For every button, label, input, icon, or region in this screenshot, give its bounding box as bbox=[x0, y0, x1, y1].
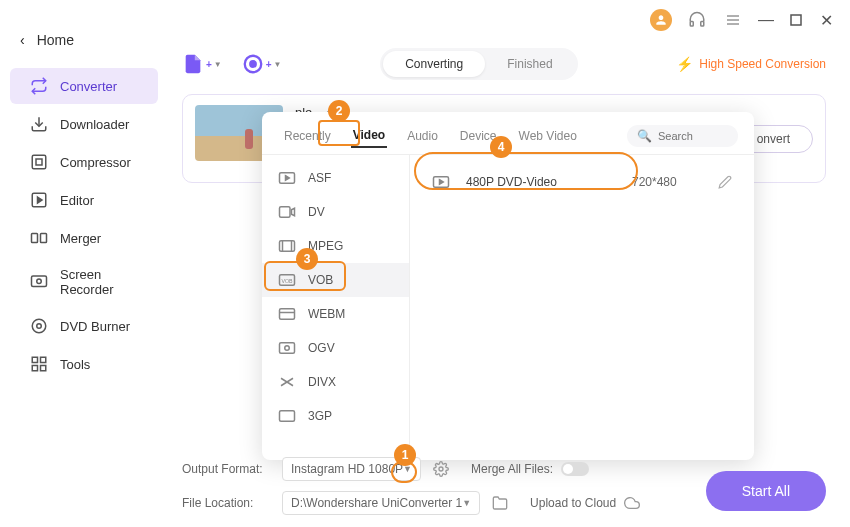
nav-screenrecorder[interactable]: Screen Recorder bbox=[10, 258, 158, 306]
high-speed-label: High Speed Conversion bbox=[699, 57, 826, 71]
annot-3: 3 bbox=[296, 248, 318, 270]
annot-2: 2 bbox=[328, 100, 350, 122]
caret-down-icon: ▼ bbox=[214, 60, 222, 69]
format-webm[interactable]: WEBM bbox=[262, 297, 409, 331]
format-list[interactable]: ASF DV MPEG VOBVOB WEBM OGV DIVX 3GP bbox=[262, 155, 410, 460]
sidebar: ‹ Home Converter Downloader Compressor E… bbox=[0, 0, 168, 527]
svg-rect-13 bbox=[32, 276, 47, 287]
titlebar: — ✕ bbox=[634, 0, 850, 40]
nav-editor[interactable]: Editor bbox=[10, 182, 158, 218]
format-vob[interactable]: VOBVOB bbox=[262, 263, 409, 297]
format-dv[interactable]: DV bbox=[262, 195, 409, 229]
bolt-icon: ⚡ bbox=[676, 56, 693, 72]
grid-icon bbox=[30, 355, 48, 373]
disc-icon bbox=[30, 317, 48, 335]
svg-rect-7 bbox=[32, 155, 46, 169]
upload-cloud-label: Upload to Cloud bbox=[530, 496, 616, 510]
window-minimize[interactable]: — bbox=[758, 12, 774, 28]
plus-icon: + bbox=[266, 59, 272, 70]
svg-point-22 bbox=[250, 61, 256, 67]
resolution-480p[interactable]: 480P DVD-Video 720*480 bbox=[424, 165, 740, 199]
svg-text:VOB: VOB bbox=[281, 278, 293, 284]
video-format-icon bbox=[278, 375, 296, 389]
video-icon bbox=[432, 175, 450, 189]
merge-toggle[interactable] bbox=[561, 462, 589, 476]
popup-tab-video[interactable]: Video bbox=[351, 124, 387, 148]
svg-marker-30 bbox=[286, 176, 290, 181]
file-location-select[interactable]: D:\Wondershare UniConverter 1 ▼ bbox=[282, 491, 480, 515]
format-mpeg[interactable]: MPEG bbox=[262, 229, 409, 263]
nav-converter[interactable]: Converter bbox=[10, 68, 158, 104]
caret-down-icon: ▼ bbox=[274, 60, 282, 69]
video-format-icon bbox=[278, 409, 296, 423]
nav-compressor[interactable]: Compressor bbox=[10, 144, 158, 180]
popup-tab-audio[interactable]: Audio bbox=[405, 125, 440, 147]
svg-rect-8 bbox=[36, 159, 42, 165]
nav-dvdburner[interactable]: DVD Burner bbox=[10, 308, 158, 344]
video-format-icon bbox=[278, 205, 296, 219]
start-all-button[interactable]: Start All bbox=[706, 471, 826, 511]
footer: Output Format: Instagram HD 1080P ▼ Merg… bbox=[182, 457, 826, 515]
format-divx[interactable]: DIVX bbox=[262, 365, 409, 399]
format-popup: Recently Video Audio Device Web Video 🔍 … bbox=[262, 112, 754, 460]
nav-downloader[interactable]: Downloader bbox=[10, 106, 158, 142]
headset-icon[interactable] bbox=[686, 9, 708, 31]
resolution-label: 480P DVD-Video bbox=[466, 175, 616, 189]
svg-marker-32 bbox=[292, 208, 295, 216]
segment-control: Converting Finished bbox=[380, 48, 577, 80]
search-box[interactable]: 🔍 bbox=[627, 125, 738, 147]
svg-point-47 bbox=[439, 467, 443, 471]
cloud-icon[interactable] bbox=[624, 495, 640, 511]
settings-icon[interactable] bbox=[433, 461, 449, 477]
svg-rect-12 bbox=[41, 234, 47, 243]
svg-rect-5 bbox=[791, 15, 801, 25]
compress-icon bbox=[30, 153, 48, 171]
editor-icon bbox=[30, 191, 48, 209]
format-ogv[interactable]: OGV bbox=[262, 331, 409, 365]
svg-marker-10 bbox=[38, 197, 43, 203]
popup-tab-recently[interactable]: Recently bbox=[282, 125, 333, 147]
home-link[interactable]: ‹ Home bbox=[0, 24, 168, 66]
user-avatar[interactable] bbox=[650, 9, 672, 31]
svg-rect-11 bbox=[32, 234, 38, 243]
search-input[interactable] bbox=[658, 130, 728, 142]
svg-marker-46 bbox=[440, 180, 444, 185]
edit-preset-icon[interactable] bbox=[718, 175, 732, 189]
resolution-list: 480P DVD-Video 720*480 bbox=[410, 155, 754, 460]
svg-rect-17 bbox=[32, 357, 37, 362]
merge-label: Merge All Files: bbox=[471, 462, 553, 476]
window-maximize[interactable] bbox=[788, 12, 804, 28]
caret-down-icon: ▼ bbox=[462, 498, 471, 508]
format-3gp[interactable]: 3GP bbox=[262, 399, 409, 433]
file-location-label: File Location: bbox=[182, 496, 270, 510]
toolbar: + ▼ + ▼ Converting Finished ⚡ High Speed… bbox=[182, 48, 826, 80]
menu-icon[interactable] bbox=[722, 9, 744, 31]
high-speed-button[interactable]: ⚡ High Speed Conversion bbox=[676, 56, 826, 72]
disc-add-icon bbox=[242, 53, 264, 75]
format-asf[interactable]: ASF bbox=[262, 161, 409, 195]
add-file-button[interactable]: + ▼ bbox=[182, 53, 222, 75]
popup-tab-webvideo[interactable]: Web Video bbox=[517, 125, 579, 147]
output-format-label: Output Format: bbox=[182, 462, 270, 476]
screenrecorder-icon bbox=[30, 273, 48, 291]
svg-rect-19 bbox=[32, 366, 37, 371]
nav-merger[interactable]: Merger bbox=[10, 220, 158, 256]
svg-rect-20 bbox=[41, 366, 46, 371]
tab-converting[interactable]: Converting bbox=[383, 51, 485, 77]
home-label: Home bbox=[37, 32, 74, 48]
nav-tools[interactable]: Tools bbox=[10, 346, 158, 382]
video-format-icon bbox=[278, 171, 296, 185]
window-close[interactable]: ✕ bbox=[818, 12, 834, 28]
resolution-size: 720*480 bbox=[632, 175, 702, 189]
video-format-icon bbox=[278, 307, 296, 321]
svg-rect-1 bbox=[701, 22, 704, 27]
annot-1: 1 bbox=[394, 444, 416, 466]
svg-rect-31 bbox=[280, 207, 291, 218]
file-icon bbox=[182, 53, 204, 75]
add-disc-button[interactable]: + ▼ bbox=[242, 53, 282, 75]
search-icon: 🔍 bbox=[637, 129, 652, 143]
tab-finished[interactable]: Finished bbox=[485, 51, 574, 77]
svg-rect-44 bbox=[280, 411, 295, 422]
converter-icon bbox=[30, 77, 48, 95]
folder-icon[interactable] bbox=[492, 495, 508, 511]
